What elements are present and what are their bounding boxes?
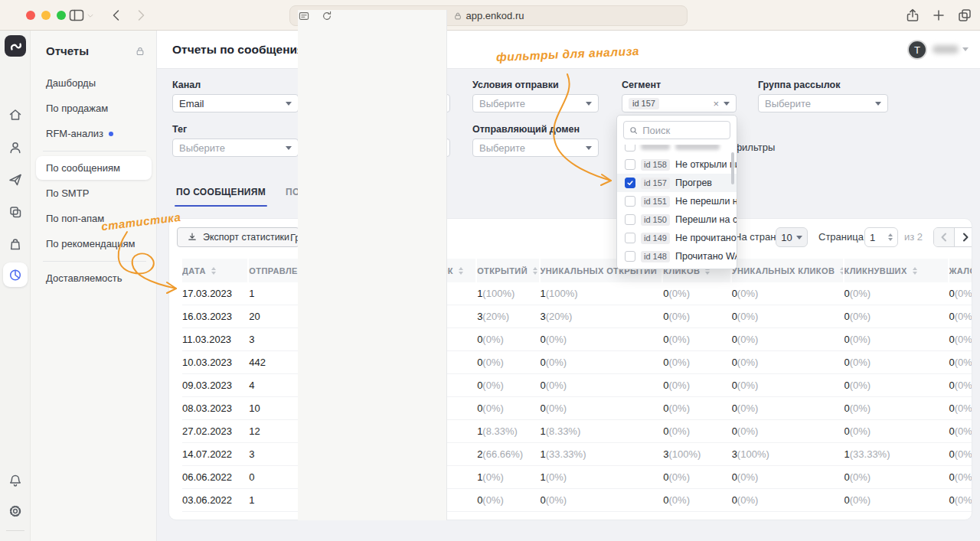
- checkbox[interactable]: [625, 214, 635, 225]
- reports-pie-icon[interactable]: [8, 267, 23, 282]
- tab-1[interactable]: ПО СООБЩЕНИЯМ: [176, 187, 266, 207]
- column-header-5[interactable]: ОТКРЫТИЙ: [477, 259, 540, 282]
- cell-value: 0: [844, 402, 850, 414]
- sort-icon: [459, 267, 463, 275]
- browser-chrome: app.enkod.ru: [0, 0, 980, 31]
- back-button[interactable]: [109, 8, 124, 23]
- filter-sending-domain-select[interactable]: Выберите: [472, 139, 599, 157]
- filter-send-conditions-select[interactable]: Выберите: [472, 94, 599, 112]
- segment-option[interactable]: id 149Не прочитано WA: [617, 229, 737, 247]
- cell-percent: (0%): [546, 494, 567, 506]
- checkbox[interactable]: [625, 196, 635, 207]
- segment-option[interactable]: id 148Прочитано WA: [617, 247, 737, 266]
- segment-search[interactable]: [623, 121, 730, 139]
- scenarios-icon[interactable]: [8, 204, 23, 220]
- segment-id-badge: id 148: [641, 251, 670, 262]
- filter-send-conditions: Условия отправкиВыберите: [472, 80, 599, 112]
- table-cell: 0(0%): [949, 357, 972, 368]
- sidebar-item-popups[interactable]: По поп-апам: [31, 206, 157, 231]
- checkbox-checked[interactable]: [625, 178, 635, 188]
- forward-button[interactable]: [133, 8, 149, 23]
- table-cell: 0(0%): [477, 494, 540, 506]
- segment-search-input[interactable]: [642, 125, 724, 136]
- icon-rail: [0, 31, 31, 541]
- filter-channel-select[interactable]: Email: [172, 94, 299, 112]
- segment-id-badge: id 149: [641, 233, 670, 244]
- table-cell: 0(0%): [949, 288, 972, 299]
- cell-percent: (0%): [955, 471, 972, 483]
- segment-option[interactable]: id 157Прогрев: [617, 174, 737, 192]
- sidebar-item-label: RFM-анализ: [46, 128, 103, 139]
- sidebar-item-sales[interactable]: По продажам: [31, 96, 157, 121]
- sidebar-item-recommendations[interactable]: По рекомендациям: [31, 231, 157, 256]
- cell-percent: (0%): [669, 471, 690, 483]
- page-stepper[interactable]: [888, 233, 893, 241]
- segment-option-partial[interactable]: [617, 145, 737, 155]
- table-cell: 0(0%): [844, 334, 949, 345]
- tab-overview-icon[interactable]: [957, 8, 972, 23]
- cell-value: 0: [844, 494, 850, 506]
- segment-option[interactable]: id 158Не открыли пис...: [617, 155, 737, 174]
- cell-value: 0: [949, 402, 954, 414]
- shop-icon[interactable]: [8, 236, 23, 252]
- clear-icon[interactable]: ×: [713, 99, 719, 109]
- sidebar-item-rfm[interactable]: RFM-анализ: [31, 121, 157, 146]
- cell-percent: (0%): [669, 311, 690, 322]
- cell-value: 0: [844, 288, 850, 299]
- zoom-window-button[interactable]: [57, 11, 66, 20]
- send-icon[interactable]: [8, 172, 23, 187]
- chevron-down-icon[interactable]: [962, 47, 969, 51]
- filter-tag-select[interactable]: Выберите: [172, 139, 299, 157]
- chevron-down-icon[interactable]: [86, 11, 101, 27]
- minimize-window-button[interactable]: [41, 11, 51, 20]
- per-page-select[interactable]: 10: [776, 227, 808, 247]
- column-header-9[interactable]: КЛИКНУВШИХ: [844, 259, 949, 282]
- cell-percent: (0%): [955, 402, 972, 414]
- checkbox[interactable]: [625, 251, 635, 262]
- settings-gear-icon[interactable]: [8, 504, 23, 519]
- notifications-bell-icon[interactable]: [8, 473, 23, 488]
- page-number-input[interactable]: [870, 232, 885, 243]
- filter-value: Выберите: [179, 142, 225, 154]
- prev-page-button[interactable]: [934, 228, 955, 246]
- sidebar-item-smtp[interactable]: По SMTP: [31, 181, 157, 206]
- sidebar-item-messages[interactable]: По сообщениям: [36, 156, 152, 180]
- download-icon: [187, 232, 198, 243]
- url-bar[interactable]: app.enkod.ru: [289, 5, 688, 26]
- checkbox[interactable]: [625, 233, 635, 243]
- cell-percent: (100%): [482, 288, 514, 299]
- cell-percent: (0%): [546, 334, 567, 345]
- new-tab-icon[interactable]: [931, 8, 946, 23]
- contacts-icon[interactable]: [8, 140, 23, 155]
- column-header-8[interactable]: УНИКАЛЬНЫХ КЛИКОВ: [732, 259, 844, 282]
- checkbox[interactable]: [625, 145, 635, 152]
- column-header-10[interactable]: ЖАЛОБ: [949, 259, 972, 282]
- sidebar-toggle-icon[interactable]: [69, 8, 84, 23]
- sidebar-item-deliverability[interactable]: Доставляемость: [31, 266, 157, 291]
- table-cell: 11.03.2023: [182, 334, 249, 345]
- sidebar-item-dashboards[interactable]: Дашборды: [31, 70, 157, 96]
- next-page-button[interactable]: [955, 228, 972, 246]
- segment-option[interactable]: id 151Не перешли на с...: [617, 192, 737, 210]
- cell-value: 0: [663, 288, 668, 299]
- dropdown-scrollbar[interactable]: [731, 152, 734, 184]
- share-icon[interactable]: [905, 8, 920, 23]
- cell-value: 0: [663, 494, 668, 506]
- close-window-button[interactable]: [26, 11, 35, 20]
- cell-percent: (0%): [669, 402, 690, 414]
- cell-percent: (0%): [850, 402, 871, 414]
- column-header-label: ОТКРЫТИЙ: [477, 266, 528, 275]
- column-header-1[interactable]: ДАТА: [182, 259, 249, 282]
- home-icon[interactable]: [8, 107, 23, 122]
- table-cell: 0(0%): [732, 380, 844, 391]
- avatar[interactable]: T: [907, 40, 927, 60]
- reload-icon[interactable]: [321, 10, 447, 520]
- export-statistics-button[interactable]: Экспорт статистики: [177, 227, 299, 247]
- filter-mailing-group-select[interactable]: Выберите: [758, 94, 888, 112]
- chevron-down-icon: [586, 146, 592, 150]
- cell-value: 3: [541, 311, 546, 322]
- checkbox[interactable]: [625, 159, 635, 170]
- segment-option[interactable]: id 150Перешли на сайт: [617, 210, 737, 229]
- filter-segment-select[interactable]: id 157×: [622, 94, 737, 112]
- enkod-logo[interactable]: [5, 35, 26, 57]
